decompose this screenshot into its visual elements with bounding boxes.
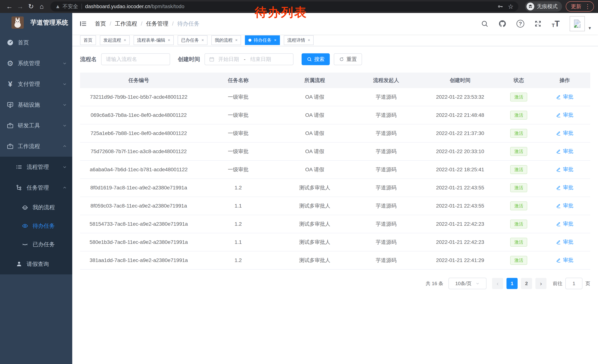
browser-back-icon[interactable]: ← bbox=[4, 3, 15, 10]
fullscreen-icon[interactable] bbox=[534, 20, 542, 27]
close-icon[interactable]: × bbox=[308, 38, 310, 43]
approve-link[interactable]: 审批 bbox=[556, 129, 573, 137]
next-page-button[interactable]: › bbox=[535, 278, 547, 289]
approve-label: 审批 bbox=[563, 184, 573, 191]
approve-link[interactable]: 审批 bbox=[556, 202, 573, 209]
sidebar-item-todo-tasks[interactable]: 待办任务 bbox=[0, 217, 72, 235]
close-icon[interactable]: × bbox=[201, 38, 204, 43]
cell-starter: 芋道源码 bbox=[350, 166, 422, 173]
browser-home-icon[interactable]: ⌂ bbox=[36, 3, 47, 10]
browser-menu-icon[interactable]: ⋮ bbox=[585, 3, 590, 10]
process-name-input[interactable] bbox=[101, 53, 170, 65]
close-icon[interactable]: × bbox=[168, 38, 170, 43]
close-icon[interactable]: × bbox=[235, 38, 238, 43]
sidebar-item-done-tasks[interactable]: 已办任务 bbox=[0, 235, 72, 254]
cell-starter: 芋道源码 bbox=[350, 220, 422, 227]
goto-page-input[interactable] bbox=[565, 278, 582, 289]
approve-link[interactable]: 审批 bbox=[556, 112, 573, 119]
sidebar-item-my-process[interactable]: 我的流程 bbox=[0, 198, 72, 217]
tab-todo-tasks[interactable]: 待办任务 × bbox=[245, 35, 280, 45]
page-button-1[interactable]: 1 bbox=[507, 278, 518, 289]
yen-icon: ¥ bbox=[6, 80, 15, 88]
sidebar-item-label: 待办任务 bbox=[33, 222, 55, 230]
table-row: 725a1eb6-7b88-11ec-8ef0-acde48001122 一级审… bbox=[80, 124, 590, 143]
cell-task-name: 1.2 bbox=[197, 221, 279, 227]
sidebar-item-label: 首页 bbox=[18, 39, 29, 47]
page-button-2[interactable]: 2 bbox=[521, 278, 532, 289]
start-date-placeholder[interactable]: 开始日期 bbox=[218, 56, 239, 63]
approve-label: 审批 bbox=[563, 220, 573, 227]
col-created-time: 创建时间 bbox=[422, 77, 498, 84]
reset-button[interactable]: 重置 bbox=[334, 53, 362, 65]
sidebar-item-workflow[interactable]: 工作流程 bbox=[0, 136, 72, 157]
security-warning-icon[interactable]: ▲ bbox=[55, 4, 60, 9]
browser-update-button[interactable]: 更新 ⋮ bbox=[566, 1, 594, 12]
toolbox-icon bbox=[6, 122, 15, 129]
create-time-label: 创建时间 bbox=[178, 56, 200, 63]
breadcrumb-home[interactable]: 首页 bbox=[95, 20, 106, 28]
app-logo-row[interactable]: 芋道管理系统 bbox=[0, 13, 72, 32]
approve-link[interactable]: 审批 bbox=[556, 93, 573, 100]
github-icon[interactable] bbox=[498, 20, 507, 28]
url-path[interactable]: /bpm/task/todo bbox=[150, 4, 184, 9]
tab-home[interactable]: 首页 bbox=[80, 35, 96, 45]
approve-link[interactable]: 审批 bbox=[556, 184, 573, 191]
process-list-icon bbox=[15, 164, 23, 170]
cell-task-name: 一级审批 bbox=[197, 130, 279, 137]
password-key-icon[interactable] bbox=[497, 4, 503, 9]
approve-link[interactable]: 审批 bbox=[556, 238, 573, 245]
tab-done-tasks[interactable]: 已办任务 × bbox=[178, 35, 208, 45]
url-host[interactable]: dashboard.yudao.iocoder.cn bbox=[85, 4, 150, 9]
browser-reload-icon[interactable]: ↻ bbox=[25, 3, 36, 10]
help-icon[interactable]: ? bbox=[516, 20, 524, 28]
cell-task-name: 1.1 bbox=[197, 239, 279, 245]
approve-link[interactable]: 审批 bbox=[556, 220, 573, 227]
breadcrumb-workflow[interactable]: 工作流程 bbox=[115, 20, 137, 28]
tab-start-process[interactable]: 发起流程 × bbox=[100, 35, 130, 45]
sidebar-item-process-management[interactable]: 流程管理 bbox=[0, 157, 72, 177]
sidebar-item-payment[interactable]: ¥ 支付管理 bbox=[0, 74, 72, 94]
end-date-placeholder[interactable]: 结束日期 bbox=[250, 56, 271, 63]
red-annotation-text: 待办列表 bbox=[255, 4, 307, 21]
avatar-caret-icon[interactable]: ▾ bbox=[589, 25, 591, 31]
update-label[interactable]: 更新 bbox=[571, 3, 581, 10]
sidebar: 芋道管理系统 首页 ⚙ 系统管理 ¥ 支付管理 bbox=[0, 13, 72, 364]
approve-link[interactable]: 审批 bbox=[556, 257, 573, 264]
cell-task-name: 一级审批 bbox=[197, 148, 279, 155]
prev-page-button[interactable]: ‹ bbox=[492, 278, 503, 289]
search-icon[interactable] bbox=[481, 20, 488, 27]
font-size-icon[interactable]: TT bbox=[552, 20, 560, 28]
cell-process: 测试多审批人 bbox=[279, 239, 350, 246]
cell-starter: 芋道源码 bbox=[350, 94, 422, 101]
browser-forward-icon[interactable]: → bbox=[15, 3, 25, 10]
table-row: 069c6a63-7b8a-11ec-8ef0-acde48001122 一级审… bbox=[80, 106, 590, 124]
sidebar-item-task-management[interactable]: 任务管理 bbox=[0, 177, 72, 198]
close-icon[interactable]: × bbox=[274, 38, 276, 43]
sidebar-item-leave-query[interactable]: 请假查询 bbox=[0, 254, 72, 274]
chevron-up-icon bbox=[62, 185, 67, 190]
sidebar-item-home[interactable]: 首页 bbox=[0, 32, 72, 53]
cell-process: OA 请假 bbox=[279, 112, 350, 119]
table-row: 580e1b3d-7ac8-11ec-a9e2-a2380e71991a 1.1… bbox=[80, 233, 590, 251]
tab-process-detail[interactable]: 流程详情 × bbox=[284, 35, 314, 45]
tab-process-form-edit[interactable]: 流程表单-编辑 × bbox=[133, 35, 174, 45]
date-range-picker[interactable]: 开始日期 - 结束日期 bbox=[205, 53, 293, 65]
page-size-select[interactable]: 10条/页 bbox=[448, 278, 486, 289]
status-badge: 激活 bbox=[510, 256, 527, 265]
range-separator: - bbox=[244, 56, 245, 62]
sidebar-toggle-icon[interactable] bbox=[79, 20, 87, 28]
sidebar-item-devtools[interactable]: 研发工具 bbox=[0, 115, 72, 136]
breadcrumb-task-management[interactable]: 任务管理 bbox=[146, 20, 168, 28]
search-button[interactable]: 搜索 bbox=[302, 53, 330, 65]
logo-avatar bbox=[11, 16, 24, 29]
close-icon[interactable]: × bbox=[124, 38, 126, 43]
tab-my-process[interactable]: 我的流程 × bbox=[211, 35, 241, 45]
sidebar-item-infrastructure[interactable]: 基础设施 bbox=[0, 94, 72, 115]
approve-link[interactable]: 审批 bbox=[556, 166, 573, 173]
approve-link[interactable]: 审批 bbox=[556, 148, 573, 155]
security-label[interactable]: 不安全 bbox=[63, 3, 78, 10]
cell-task-name: 1.2 bbox=[197, 185, 279, 191]
bookmark-star-icon[interactable]: ☆ bbox=[508, 3, 514, 10]
sidebar-item-system[interactable]: ⚙ 系统管理 bbox=[0, 53, 72, 74]
avatar[interactable] bbox=[570, 16, 585, 31]
